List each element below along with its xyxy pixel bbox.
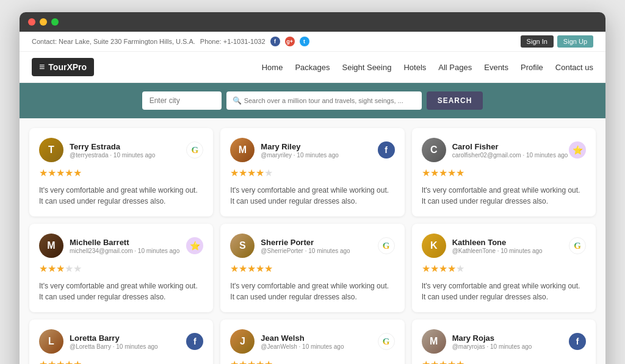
minimize-dot[interactable] <box>40 18 47 26</box>
star-filled: ★ <box>73 359 82 364</box>
reviewer-info: M Mary Rojas @maryrojas · 10 minutes ago <box>422 329 532 354</box>
review-card: K Kathleen Tone @KathleenTone · 10 minut… <box>412 224 596 312</box>
nav-events[interactable]: Events <box>484 63 508 72</box>
star-rating: ★★★★★ <box>230 167 394 179</box>
reviewer-handle: @maryriley · 10 minutes ago <box>261 152 338 159</box>
reviewer-name: Michelle Barrett <box>70 238 179 247</box>
reviewer-handle: @JeanWelsh · 10 minutes ago <box>261 343 344 350</box>
reviewer-details: Terry Estrada @terryestrada · 10 minutes… <box>70 142 155 159</box>
star-filled: ★ <box>247 263 256 274</box>
reviewer-info: S Sherrie Porter @SherriePorter · 10 min… <box>230 234 350 258</box>
star-filled: ★ <box>439 168 447 178</box>
contact-info: Contact: Near Lake, Suite 230 Farmington… <box>32 37 309 46</box>
signin-button[interactable]: Sign In <box>521 35 554 48</box>
star-filled: ★ <box>247 359 256 364</box>
star-rating: ★★★★★ <box>422 263 586 274</box>
star-filled: ★ <box>447 168 456 178</box>
avatar: K <box>422 234 446 258</box>
reviews-grid: T Terry Estrada @terryestrada · 10 minut… <box>29 128 596 364</box>
star-filled: ★ <box>39 359 48 364</box>
review-header: M Mary Rojas @maryrojas · 10 minutes ago… <box>422 329 586 354</box>
star-filled: ★ <box>447 359 456 364</box>
reviewer-handle: @maryrojas · 10 minutes ago <box>452 343 532 350</box>
facebook-social-icon[interactable]: f <box>270 37 280 46</box>
star-filled: ★ <box>256 359 264 364</box>
chat-icon: ⭐ <box>186 237 203 254</box>
twitter-social-icon[interactable]: t <box>300 37 309 46</box>
reviewer-name: Kathleen Tone <box>452 238 543 247</box>
reviewer-info: M Michelle Barrett michell234@gmail.com … <box>39 234 179 258</box>
star-filled: ★ <box>73 168 82 178</box>
review-text: It's very comfortable and great while wo… <box>230 280 394 302</box>
avatar: T <box>39 138 63 162</box>
review-card: M Michelle Barrett michell234@gmail.com … <box>29 224 213 312</box>
review-header: M Mary Riley @maryriley · 10 minutes ago… <box>230 138 394 162</box>
star-rating: ★★★★★ <box>230 359 394 364</box>
star-filled: ★ <box>230 263 239 274</box>
star-filled: ★ <box>239 359 247 364</box>
review-card: S Sherrie Porter @SherriePorter · 10 min… <box>220 224 404 312</box>
nav-home[interactable]: Home <box>262 63 283 72</box>
maximize-dot[interactable] <box>51 18 59 26</box>
review-text: It's very comfortable and great while wo… <box>230 185 394 207</box>
star-filled: ★ <box>56 263 65 274</box>
review-header: J Jean Welsh @JeanWelsh · 10 minutes ago… <box>230 329 394 354</box>
google-icon: G <box>378 237 395 254</box>
nav-hotels[interactable]: Hotels <box>403 63 426 72</box>
nav-seight-seeing[interactable]: Seight Seeing <box>342 63 392 72</box>
reviewer-handle: carolfisher02@gmail.com · 10 minutes ago <box>452 152 568 159</box>
logo-text: TourXPro <box>48 62 87 72</box>
star-filled: ★ <box>430 263 439 274</box>
reviewer-handle: @KathleenTone · 10 minutes ago <box>452 248 543 254</box>
star-filled: ★ <box>422 168 430 178</box>
search-input[interactable] <box>242 92 416 109</box>
reviewer-name: Loretta Barry <box>70 334 158 343</box>
review-card: M Mary Riley @maryriley · 10 minutes ago… <box>220 128 404 216</box>
reviewer-handle: @terryestrada · 10 minutes ago <box>70 152 155 159</box>
review-card: J Jean Welsh @JeanWelsh · 10 minutes ago… <box>220 319 404 364</box>
nav-profile[interactable]: Profile <box>521 63 543 72</box>
nav-packages[interactable]: Packages <box>295 63 330 72</box>
review-header: M Michelle Barrett michell234@gmail.com … <box>39 234 203 258</box>
nav-links: Home Packages Seight Seeing Hotels All P… <box>262 63 593 72</box>
star-filled: ★ <box>264 359 273 364</box>
nav-contact-us[interactable]: Contact us <box>555 63 593 72</box>
avatar: J <box>230 329 255 354</box>
star-filled: ★ <box>256 168 264 178</box>
signup-button[interactable]: Sign Up <box>557 35 593 48</box>
review-card: T Terry Estrada @terryestrada · 10 minut… <box>29 128 213 216</box>
reviewer-details: Loretta Barry @Loretta Barry · 10 minute… <box>70 334 158 350</box>
reviewer-details: Mary Riley @maryriley · 10 minutes ago <box>261 142 338 159</box>
review-header: K Kathleen Tone @KathleenTone · 10 minut… <box>422 234 586 258</box>
reviewer-details: Michelle Barrett michell234@gmail.com · … <box>70 238 179 254</box>
nav-all-pages[interactable]: All Pages <box>438 63 472 72</box>
reviewer-name: Mary Riley <box>261 142 338 151</box>
reviewer-details: Kathleen Tone @KathleenTone · 10 minutes… <box>452 238 543 254</box>
search-button[interactable]: SEARCH <box>427 91 483 110</box>
reviewer-details: Carol Fisher carolfisher02@gmail.com · 1… <box>452 142 568 159</box>
review-header: C Carol Fisher carolfisher02@gmail.com ·… <box>422 138 586 162</box>
review-text: It's very comfortable and great while wo… <box>422 185 586 207</box>
star-filled: ★ <box>230 359 239 364</box>
facebook-icon: f <box>186 333 203 350</box>
star-filled: ★ <box>456 168 464 178</box>
star-rating: ★★★★★ <box>230 263 394 274</box>
avatar: S <box>230 234 255 258</box>
logo[interactable]: ≡ TourXPro <box>32 58 94 76</box>
star-rating: ★★★★★ <box>422 167 586 179</box>
close-dot[interactable] <box>28 18 35 26</box>
star-empty: ★ <box>456 263 464 274</box>
review-text: It's very comfortable and great while wo… <box>39 185 203 207</box>
search-bar: 🔍 SEARCH <box>20 83 605 118</box>
city-input[interactable] <box>142 91 222 110</box>
avatar: C <box>422 138 446 162</box>
googleplus-social-icon[interactable]: g+ <box>285 37 295 46</box>
reviewer-info: J Jean Welsh @JeanWelsh · 10 minutes ago <box>230 329 344 354</box>
star-filled: ★ <box>422 359 430 364</box>
reviewer-name: Carol Fisher <box>452 142 568 151</box>
google-icon: G <box>378 333 395 350</box>
reviewer-details: Mary Rojas @maryrojas · 10 minutes ago <box>452 334 532 350</box>
star-rating: ★★★★★ <box>39 167 203 179</box>
star-filled: ★ <box>48 168 56 178</box>
facebook-icon: f <box>569 333 586 350</box>
